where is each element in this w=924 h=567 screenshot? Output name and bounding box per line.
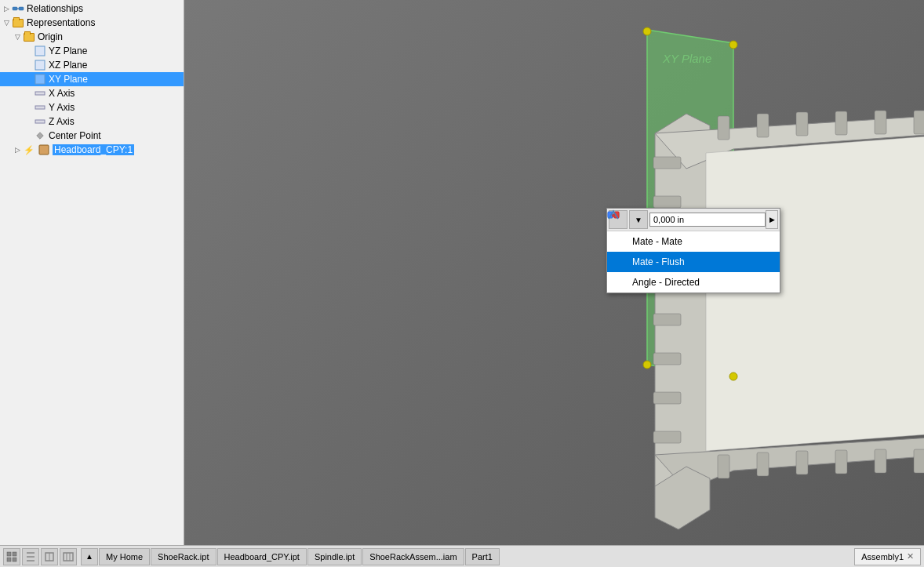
- z-axis-label: Z Axis: [49, 116, 75, 127]
- svg-point-52: [729, 373, 737, 380]
- svg-point-50: [729, 41, 737, 49]
- expand-relationships: ▷: [2, 4, 11, 13]
- tree-item-relationships[interactable]: ▷ Relationships: [0, 2, 184, 16]
- tab-part1[interactable]: Part1: [465, 548, 500, 565]
- expand-center-point: [24, 131, 33, 140]
- expand-headboard: ▷: [13, 145, 22, 154]
- svg-rect-40: [718, 455, 729, 478]
- tab-headboard-cpy[interactable]: Headboard_CPY.ipt: [217, 548, 307, 565]
- svg-rect-10: [39, 145, 49, 154]
- statusbar-icon-2[interactable]: [22, 548, 39, 565]
- xz-plane-label: XZ Plane: [49, 60, 87, 71]
- svg-point-51: [643, 361, 651, 369]
- headboard-lightning-icon: ⚡: [23, 144, 35, 156]
- svg-rect-34: [757, 114, 769, 137]
- tab-assembly1[interactable]: Assembly1 ✕: [854, 548, 921, 565]
- relationships-label: Relationships: [27, 3, 83, 14]
- 3d-scene-svg: XY Plane: [184, 0, 924, 545]
- svg-rect-44: [875, 449, 886, 473]
- tree-item-center-point[interactable]: Center Point: [0, 129, 184, 143]
- expand-origin: ▽: [13, 32, 22, 42]
- tree-item-headboard[interactable]: ▷ ⚡ Headboard_CPY:1: [0, 143, 184, 157]
- svg-rect-70: [64, 553, 73, 561]
- expand-y-axis: [24, 103, 33, 112]
- angle-directed-icon: [613, 275, 628, 289]
- center-point-label: Center Point: [49, 130, 101, 141]
- representations-icon: [12, 16, 24, 29]
- statusbar-icon-1[interactable]: [3, 548, 20, 565]
- origin-label: Origin: [38, 31, 63, 42]
- svg-rect-17: [653, 157, 681, 169]
- svg-rect-4: [35, 60, 45, 70]
- tree-item-representations[interactable]: ▽ Representations: [0, 16, 184, 30]
- svg-rect-0: [13, 7, 17, 10]
- svg-rect-3: [35, 46, 45, 56]
- assembly1-label: Assembly1: [861, 552, 904, 562]
- yz-plane-icon: [34, 45, 46, 57]
- expand-x-axis: [24, 89, 33, 98]
- svg-rect-7: [35, 106, 45, 109]
- svg-rect-21: [653, 314, 681, 325]
- y-axis-label: Y Axis: [49, 102, 75, 113]
- svg-rect-36: [835, 111, 847, 135]
- statusbar-arrow-btn[interactable]: ▲: [81, 548, 98, 565]
- svg-rect-37: [875, 111, 886, 134]
- x-axis-label: X Axis: [49, 88, 75, 99]
- origin-icon: [23, 31, 35, 43]
- statusbar-icon-4[interactable]: [60, 548, 77, 565]
- svg-rect-61: [7, 552, 11, 556]
- constraint-popup[interactable]: ▼ 0,000 in ▶ Mate - Mate: [606, 208, 780, 293]
- svg-rect-5: [35, 75, 45, 84]
- statusbar: ▲ My Home ShoeRack.ipt Headboard_CPY.ipt…: [0, 545, 924, 567]
- svg-point-60: [612, 214, 615, 217]
- scene-background: XY Plane ▼ 0,000 in ▶: [184, 0, 924, 545]
- xz-plane-icon: [34, 59, 46, 71]
- assembly1-close[interactable]: ✕: [907, 551, 914, 562]
- expand-yz: [24, 46, 33, 56]
- center-point-icon: [34, 129, 46, 142]
- tree-item-y-axis[interactable]: Y Axis: [0, 100, 184, 114]
- svg-rect-64: [13, 558, 16, 562]
- tab-shoeRackAssem[interactable]: ShoeRackAssem...iam: [362, 548, 464, 565]
- svg-rect-8: [35, 120, 45, 123]
- model-tree[interactable]: ▷ Relationships ▽ Representations ▽ O: [0, 0, 184, 545]
- svg-point-49: [643, 27, 651, 35]
- svg-rect-43: [835, 450, 847, 474]
- expand-representations: ▽: [2, 18, 11, 27]
- xy-plane-icon: [34, 73, 46, 85]
- relationships-icon: [12, 2, 24, 15]
- svg-rect-22: [653, 353, 681, 365]
- tree-item-x-axis[interactable]: X Axis: [0, 86, 184, 100]
- svg-rect-63: [7, 558, 11, 562]
- statusbar-icon-3[interactable]: [41, 548, 58, 565]
- tab-my-home[interactable]: My Home: [99, 548, 150, 565]
- tree-item-xy-plane[interactable]: XY Plane: [0, 72, 184, 86]
- headboard-part-icon: [38, 144, 50, 156]
- representations-label: Representations: [27, 17, 95, 28]
- tab-shoeRack[interactable]: ShoeRack.ipt: [151, 548, 216, 565]
- option-angle-directed[interactable]: Angle - Directed: [607, 272, 780, 293]
- svg-rect-38: [914, 111, 924, 134]
- y-axis-icon: [34, 101, 46, 114]
- svg-rect-9: [37, 133, 43, 139]
- expand-z-axis: [24, 117, 33, 126]
- svg-rect-6: [35, 92, 45, 95]
- svg-rect-23: [653, 392, 681, 404]
- svg-rect-24: [653, 431, 681, 443]
- svg-rect-45: [914, 449, 924, 473]
- tree-item-z-axis[interactable]: Z Axis: [0, 114, 184, 129]
- tree-item-origin[interactable]: ▽ Origin: [0, 30, 184, 44]
- tree-item-yz-plane[interactable]: YZ Plane: [0, 44, 184, 58]
- yz-plane-label: YZ Plane: [49, 45, 87, 56]
- svg-rect-33: [718, 116, 729, 140]
- svg-rect-41: [757, 453, 769, 476]
- tree-item-xz-plane[interactable]: XZ Plane: [0, 58, 184, 72]
- statusbar-icons-group: [3, 548, 77, 565]
- 3d-viewport[interactable]: XY Plane ▼ 0,000 in ▶: [184, 0, 924, 545]
- tab-spindle[interactable]: Spindle.ipt: [307, 548, 362, 565]
- svg-rect-42: [796, 451, 808, 474]
- z-axis-icon: [34, 115, 46, 128]
- svg-rect-1: [19, 7, 24, 10]
- svg-rect-62: [13, 552, 16, 556]
- xy-plane-3d-label: XY Plane: [662, 52, 711, 65]
